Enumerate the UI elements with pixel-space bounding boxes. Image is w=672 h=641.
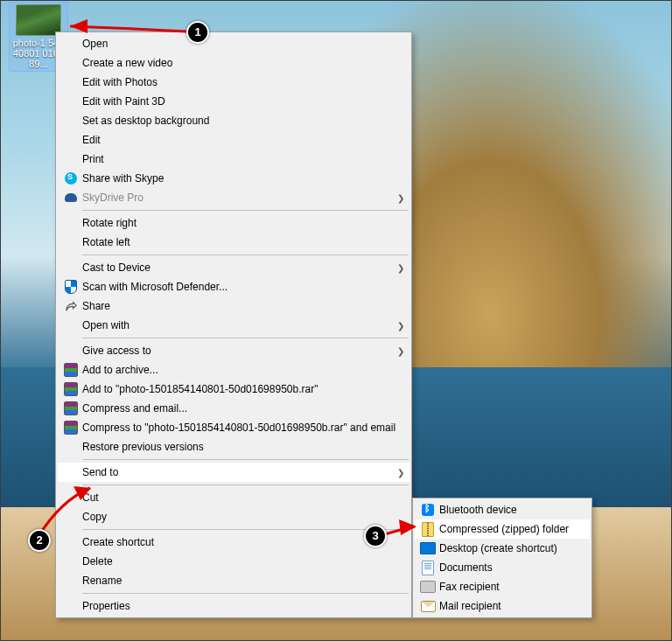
annotation-arrow-3 bbox=[0, 0, 672, 641]
annotation-callout-2: 2 bbox=[28, 529, 51, 552]
annotation-callout-1: 1 bbox=[186, 21, 209, 44]
svg-marker-2 bbox=[399, 519, 416, 535]
annotation-callout-3: 3 bbox=[364, 525, 387, 547]
